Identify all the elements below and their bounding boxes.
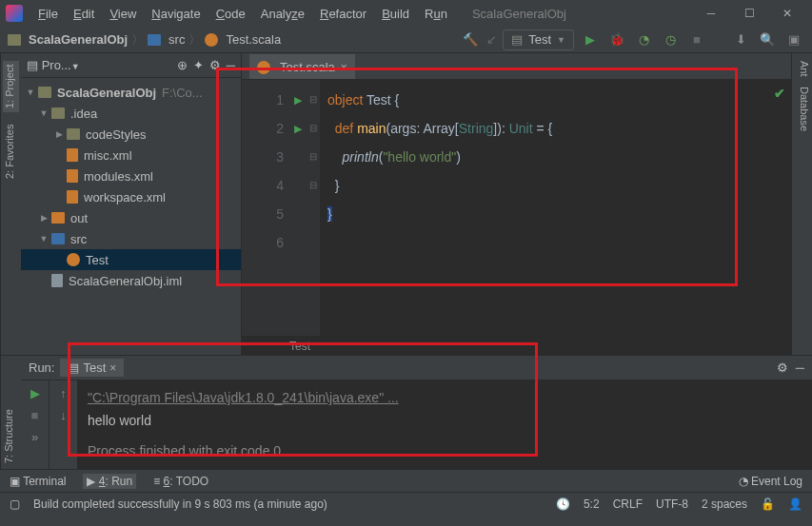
window-title: ScalaGeneralObj [453,7,692,21]
menu-run[interactable]: Run [419,5,453,23]
run-hide-icon[interactable]: ─ [796,360,804,375]
caret-pos[interactable]: 5:2 [584,497,600,511]
project-tool-window: ▤ Pro...▼ ⊕ ✦ ⚙ ─ ▼ScalaGeneralObj F:\Co… [21,53,242,355]
more-icon[interactable]: » [31,430,38,444]
line-sep[interactable]: CRLF [613,497,643,511]
status-icon[interactable]: ▢ [10,497,20,511]
tree-src[interactable]: ▼src [21,228,241,249]
run-gear-icon[interactable]: ⚙ [777,360,788,375]
code-text[interactable]: object Test { def main(args: Array[Strin… [320,80,791,336]
editor-breadcrumb[interactable]: Test [242,336,791,355]
tree-modules[interactable]: modules.xml [21,166,241,186]
favorites-tool-tab[interactable]: 2: Favorites [3,120,19,182]
console-output[interactable]: "C:\Program Files\Java\jdk1.8.0_241\bin\… [78,380,812,469]
up-icon[interactable]: ↑ [60,386,67,400]
menu-build[interactable]: Build [376,5,415,23]
run-panel-title: Run: [29,360,54,375]
fold-gutter[interactable]: ⊟⊟⊟⊟ [307,80,320,336]
settings-button[interactable]: ▣ [783,29,804,50]
gear-icon[interactable]: ⚙ [209,58,221,72]
console-line: hello world [88,409,802,432]
menu-refactor[interactable]: Refactor [314,5,372,23]
tree-iml[interactable]: ScalaGeneralObj.iml [21,270,241,291]
tree-codestyles[interactable]: ▶codeStyles [21,124,241,145]
locate-icon[interactable]: ⊕ [177,58,188,72]
down-icon[interactable]: ↓ [60,408,67,422]
status-clock-icon[interactable]: 🕓 [556,497,570,511]
coverage-button[interactable]: ◔ [633,29,654,50]
folder-icon [148,34,161,46]
tree-idea[interactable]: ▼.idea [21,103,241,124]
run-tab-label[interactable]: Test [83,360,106,375]
menu-navigate[interactable]: Navigate [146,5,206,23]
hide-icon[interactable]: ─ [227,58,235,72]
run-gutter[interactable]: ▶▶ [289,80,307,336]
code-area[interactable]: 123456 ▶▶ ⊟⊟⊟⊟ object Test { def main(ar… [242,80,791,336]
main-menu: FFileile Edit View Navigate Code Analyze… [32,5,453,23]
menu-view[interactable]: View [104,5,142,23]
run-config-name: Test [528,32,551,47]
crumb-folder[interactable]: src [168,32,185,47]
inspection-icon[interactable]: 👤 [788,497,802,511]
editor: Test.scala × 123456 ▶▶ ⊟⊟⊟⊟ object Test … [242,53,791,355]
console-exit: Process finished with exit code 0 [88,439,802,462]
run-tab[interactable]: ▶ 4: Run [83,474,136,489]
close-run-tab[interactable]: × [109,361,116,375]
tree-misc[interactable]: misc.xml [21,145,241,166]
breadcrumb[interactable]: ScalaGeneralObj 〉 src 〉 Test.scala [8,31,281,49]
close-tab-icon[interactable]: × [341,61,347,74]
maximize-button[interactable]: ☐ [730,7,768,20]
event-log-tab[interactable]: ◔ Event Log [739,475,802,488]
scala-icon [257,61,270,74]
run-button[interactable]: ▶ [580,29,601,50]
project-tool-tab[interactable]: 1: Project [3,61,19,112]
status-message: Build completed successfully in 9 s 803 … [33,497,543,511]
readonly-icon[interactable]: 🔓 [761,497,775,511]
crumb-file[interactable]: Test.scala [226,32,281,47]
editor-tab[interactable]: Test.scala × [249,54,355,79]
database-tool-tab[interactable]: Database [794,87,810,131]
indent[interactable]: 2 spaces [702,497,747,511]
project-icon [8,34,21,46]
menu-analyze[interactable]: Analyze [255,5,310,23]
tree-out[interactable]: ▶out [21,207,241,228]
inspection-ok-icon: ✔ [774,86,785,101]
search-button[interactable]: 🔍 [757,29,778,50]
ant-tool-tab[interactable]: Ant [794,61,810,77]
crumb-project[interactable]: ScalaGeneralObj [29,32,128,47]
close-button[interactable]: ✕ [768,7,806,20]
structure-tool-tab[interactable]: 7: Structure [3,409,19,463]
stop-button[interactable]: ■ [686,29,707,50]
vcs-button[interactable]: ⬇ [730,29,751,50]
tree-root[interactable]: ▼ScalaGeneralObj F:\Co... [21,82,241,103]
terminal-tab[interactable]: ▣ Terminal [10,475,66,488]
ide-logo [6,5,23,22]
line-numbers: 123456 [242,80,289,336]
menu-edit[interactable]: Edit [68,5,100,23]
panel-title: ▤ Pro...▼ [27,58,80,72]
console-cmd: "C:\Program Files\Java\jdk1.8.0_241\bin\… [88,390,399,405]
tree-test[interactable]: Test [21,249,241,270]
expand-icon[interactable]: ✦ [193,58,204,72]
profile-button[interactable]: ◷ [660,29,681,50]
menu-file[interactable]: FFileile [32,5,64,23]
minimize-button[interactable]: ─ [692,7,730,20]
encoding[interactable]: UTF-8 [656,497,688,511]
rerun-button[interactable]: ▶ [30,386,40,400]
menu-code[interactable]: Code [210,5,251,23]
tab-label: Test.scala [280,60,335,74]
stop-run-button[interactable]: ■ [31,408,39,422]
build-button[interactable]: 🔨 [460,29,481,50]
run-config-selector[interactable]: ▤ Test ▼ [503,29,574,50]
debug-button[interactable]: 🐞 [606,29,627,50]
tree-workspace[interactable]: workspace.xml [21,186,241,207]
todo-tab[interactable]: ≡ 6: TODO [153,475,208,488]
scala-icon [205,33,218,47]
